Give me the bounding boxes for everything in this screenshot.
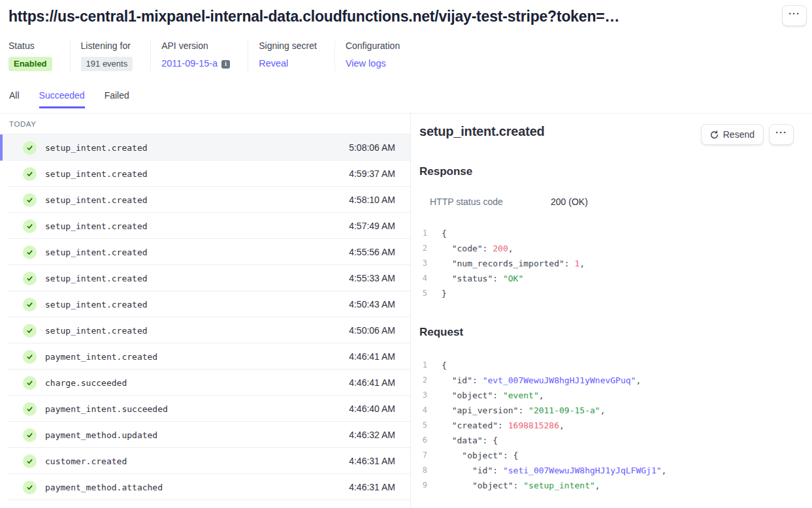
success-check-icon	[23, 193, 37, 207]
code-line: 4 "status": "OK"	[419, 271, 794, 286]
meta-label-listening: Listening for	[81, 40, 133, 51]
event-time: 4:46:31 AM	[349, 482, 395, 492]
event-name: payment_method.attached	[45, 483, 163, 492]
detail-title: setup_intent.created	[419, 124, 545, 139]
code-text: {	[442, 226, 447, 241]
event-list-item[interactable]: setup_intent.created4:55:56 AM	[0, 239, 410, 265]
header-more-button[interactable]: ···	[782, 5, 807, 26]
line-number: 4	[419, 271, 427, 286]
meta-configuration: Configuration View logs	[334, 40, 417, 71]
tab-succeeded[interactable]: Succeeded	[39, 90, 85, 108]
event-list-item[interactable]: setup_intent.created5:08:06 AM	[0, 135, 410, 161]
event-time: 5:08:06 AM	[349, 142, 395, 153]
code-line: 5 "created": 1698815286,	[419, 418, 794, 433]
code-text: "id": "evt_007WewuJW8hgHJ1yWnevGPuq",	[442, 373, 641, 388]
event-time: 4:58:10 AM	[349, 195, 395, 205]
line-number: 8	[419, 463, 427, 478]
http-status-value: 200 (OK)	[551, 197, 588, 207]
event-list-item[interactable]: setup_intent.created4:58:10 AM	[0, 187, 410, 213]
tab-failed[interactable]: Failed	[105, 90, 129, 108]
event-list-item[interactable]: payment_method.attached4:46:31 AM	[0, 474, 410, 500]
code-line: 4 "api_version": "2011-09-15-a",	[419, 403, 794, 418]
request-code-block: 1{2 "id": "evt_007WewuJW8hgHJ1yWnevGPuq"…	[419, 358, 794, 493]
success-check-icon	[23, 454, 37, 468]
http-status-label: HTTP status code	[430, 197, 551, 207]
code-line: 2 "code": 200,	[419, 241, 794, 256]
success-check-icon	[23, 246, 37, 259]
event-list-item[interactable]: setup_intent.created4:50:43 AM	[0, 291, 410, 317]
response-code-block: 1{2 "code": 200,3 "num_records_imported"…	[419, 226, 794, 301]
endpoint-url-title: https://us-central1-mixpanel-internal-da…	[8, 5, 619, 27]
list-group-header: TODAY	[0, 114, 410, 135]
event-list-item[interactable]: customer.created4:46:31 AM	[0, 448, 410, 474]
event-name: setup_intent.created	[45, 300, 148, 310]
event-list-item[interactable]: charge.succeeded4:46:41 AM	[0, 370, 410, 396]
event-list-item[interactable]: setup_intent.created4:57:49 AM	[0, 213, 410, 239]
info-icon: i	[221, 60, 230, 69]
tab-all[interactable]: All	[9, 90, 20, 108]
meta-api-version: API version 2011-09-15-ai	[150, 40, 248, 71]
resend-refresh-icon	[710, 131, 719, 139]
code-text: {	[442, 358, 447, 373]
success-check-icon	[23, 428, 37, 442]
event-name: setup_intent.created	[45, 169, 148, 179]
code-line: 7 "object": {	[419, 448, 794, 463]
view-logs-link[interactable]: View logs	[346, 58, 386, 69]
code-line: 3 "num_records_imported": 1,	[419, 256, 794, 271]
event-time: 4:46:40 AM	[349, 404, 395, 414]
meta-signing-secret: Signing secret Reveal	[248, 40, 334, 71]
api-version-link[interactable]: 2011-09-15-a	[161, 58, 218, 69]
event-list-pane: TODAY setup_intent.created5:08:06 AMsetu…	[0, 114, 410, 508]
line-number: 4	[419, 403, 427, 418]
code-text: "object": "setup_intent",	[442, 478, 600, 493]
code-text: "id": "seti_007WewuJW8hgHJ1yJqLFWGj1",	[442, 463, 666, 478]
meta-label-api-version: API version	[161, 40, 230, 51]
line-number: 3	[419, 388, 427, 403]
http-status-row: HTTP status code 200 (OK)	[419, 197, 794, 207]
event-time: 4:46:41 AM	[349, 351, 395, 362]
event-list-item[interactable]: payment_intent.succeeded4:46:40 AM	[0, 396, 410, 422]
event-name: setup_intent.created	[45, 143, 148, 153]
code-text: "created": 1698815286,	[442, 418, 564, 433]
event-time: 4:50:06 AM	[349, 325, 395, 336]
code-text: "code": 200,	[442, 241, 513, 256]
response-heading: Response	[419, 165, 794, 178]
event-list-item[interactable]: setup_intent.created4:55:33 AM	[0, 265, 410, 291]
detail-more-button[interactable]: ···	[769, 124, 794, 145]
event-list-item[interactable]: payment_method.updated4:46:32 AM	[0, 422, 410, 448]
ellipsis-icon: ···	[788, 10, 800, 17]
code-text: "object": {	[442, 448, 518, 463]
code-line: 1{	[419, 358, 794, 373]
meta-status: Status Enabled	[8, 40, 70, 71]
success-check-icon	[23, 350, 37, 364]
meta-label-status: Status	[8, 40, 52, 51]
success-check-icon	[23, 298, 37, 311]
line-number: 9	[419, 478, 427, 493]
event-detail-pane: setup_intent.created Resend ··· Response	[410, 114, 812, 508]
event-time: 4:46:31 AM	[349, 456, 395, 466]
event-name: charge.succeeded	[45, 378, 127, 388]
line-number: 1	[419, 358, 427, 373]
success-check-icon	[23, 272, 37, 285]
event-time: 4:55:56 AM	[349, 247, 395, 257]
event-name: payment_intent.succeeded	[45, 404, 168, 414]
detail-header: setup_intent.created Resend ···	[419, 124, 794, 145]
code-text: "object": "event",	[442, 388, 544, 403]
code-line: 2 "id": "evt_007WewuJW8hgHJ1yWnevGPuq",	[419, 373, 794, 388]
event-list-item[interactable]: setup_intent.created4:59:37 AM	[0, 161, 410, 187]
page-header: https://us-central1-mixpanel-internal-da…	[0, 0, 812, 27]
event-name: payment_method.updated	[45, 430, 157, 440]
event-list-item[interactable]: setup_intent.created4:50:06 AM	[0, 317, 410, 343]
reveal-secret-link[interactable]: Reveal	[259, 58, 288, 69]
event-list-item[interactable]: payment_intent.created4:46:41 AM	[0, 343, 410, 370]
event-time: 4:59:37 AM	[349, 168, 395, 179]
resend-button[interactable]: Resend	[701, 124, 764, 145]
line-number: 7	[419, 448, 427, 463]
resend-label: Resend	[723, 129, 755, 140]
code-text: "num_records_imported": 1,	[442, 256, 585, 271]
event-name: setup_intent.created	[45, 195, 148, 205]
event-name: customer.created	[45, 456, 127, 466]
meta-label-configuration: Configuration	[346, 40, 400, 51]
event-name: payment_intent.created	[45, 352, 157, 362]
event-time: 4:46:41 AM	[349, 377, 395, 388]
